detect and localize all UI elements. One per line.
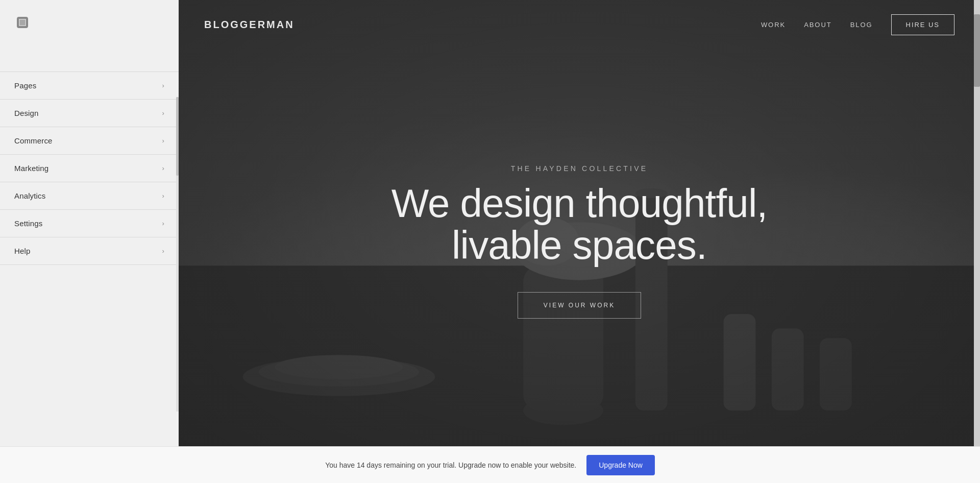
squarespace-icon — [14, 14, 31, 31]
hero-section: THE HAYDEN COLLECTIVE We design thoughtf… — [179, 0, 980, 483]
sidebar-item-help[interactable]: Help › — [0, 237, 179, 265]
preview-area: BLOGGERMAN WORK ABOUT BLOG HIRE US THE H… — [179, 0, 980, 483]
nav-link-blog[interactable]: BLOG — [850, 21, 873, 29]
chevron-right-icon-pages: › — [162, 82, 164, 89]
sidebar-item-design[interactable]: Design › — [0, 100, 179, 127]
hero-subtitle: THE HAYDEN COLLECTIVE — [511, 164, 648, 173]
sidebar-item-pages[interactable]: Pages › — [0, 71, 179, 100]
sidebar-item-label-help: Help — [14, 247, 30, 255]
sidebar-item-label-commerce: Commerce — [14, 136, 53, 145]
hero-title-line2: livable spaces. — [452, 223, 707, 268]
sidebar-nav: Pages › Design › Commerce › Marketing › — [0, 41, 179, 439]
site-nav: WORK ABOUT BLOG HIRE US — [761, 14, 954, 35]
sidebar-item-label-pages: Pages — [14, 81, 36, 90]
chevron-right-icon-design: › — [162, 109, 164, 117]
hire-us-button[interactable]: HIRE US — [891, 14, 954, 35]
sidebar-item-analytics[interactable]: Analytics › — [0, 182, 179, 210]
chevron-right-icon-settings: › — [162, 220, 164, 227]
nav-link-work[interactable]: WORK — [761, 21, 786, 29]
upgrade-message: You have 14 days remaining on your trial… — [325, 461, 576, 469]
sidebar-item-settings[interactable]: Settings › — [0, 210, 179, 237]
main-area: Pages › Design › Commerce › Marketing › — [0, 0, 980, 483]
upgrade-now-button[interactable]: Upgrade Now — [586, 455, 655, 475]
svg-rect-1 — [19, 19, 26, 26]
nav-link-about[interactable]: ABOUT — [804, 21, 832, 29]
sidebar-item-label-settings: Settings — [14, 219, 42, 228]
website-preview: BLOGGERMAN WORK ABOUT BLOG HIRE US THE H… — [179, 0, 980, 483]
sidebar-scrollbar[interactable] — [176, 97, 179, 412]
sidebar-scrollbar-thumb[interactable] — [176, 97, 179, 176]
sidebar-logo — [0, 0, 179, 41]
site-header: BLOGGERMAN WORK ABOUT BLOG HIRE US — [179, 0, 980, 49]
view-our-work-button[interactable]: VIEW OUR WORK — [518, 292, 641, 319]
chevron-right-icon-help: › — [162, 247, 164, 255]
chevron-right-icon-marketing: › — [162, 164, 164, 172]
site-logo: BLOGGERMAN — [204, 19, 295, 31]
app-container: Pages › Design › Commerce › Marketing › — [0, 0, 980, 483]
sidebar-item-label-marketing: Marketing — [14, 164, 48, 173]
chevron-right-icon-commerce: › — [162, 137, 164, 144]
bottom-bar: You have 14 days remaining on your trial… — [0, 446, 980, 483]
sidebar-item-marketing[interactable]: Marketing › — [0, 155, 179, 182]
chevron-right-icon-analytics: › — [162, 192, 164, 200]
sidebar-item-commerce[interactable]: Commerce › — [0, 127, 179, 155]
hero-title-line1: We design thoughtful, — [391, 181, 768, 226]
preview-scrollbar[interactable] — [974, 0, 980, 483]
sidebar-item-label-analytics: Analytics — [14, 191, 45, 200]
preview-scrollbar-thumb[interactable] — [974, 14, 980, 87]
sidebar: Pages › Design › Commerce › Marketing › — [0, 0, 179, 483]
hero-title: We design thoughtful, livable spaces. — [391, 183, 768, 267]
sidebar-item-label-design: Design — [14, 109, 39, 117]
